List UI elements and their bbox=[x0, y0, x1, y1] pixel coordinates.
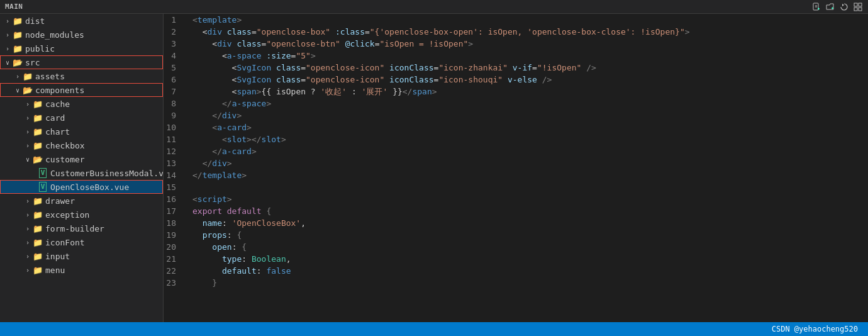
sidebar-item-exception[interactable]: › 📁 exception bbox=[0, 208, 163, 221]
sidebar-item-form-builder[interactable]: › 📁 form-builder bbox=[0, 221, 163, 235]
label-cache: cache bbox=[45, 99, 70, 109]
folder-icon-customer: 📂 bbox=[33, 154, 43, 164]
line-num-20: 20 bbox=[164, 241, 182, 253]
arrow-customer: ∨ bbox=[23, 154, 33, 164]
code-lines[interactable]: <template> <div class="openclose-box" :c… bbox=[190, 14, 868, 322]
label-components: components bbox=[35, 86, 84, 95]
arrow-openclose bbox=[33, 182, 38, 192]
label-input: input bbox=[45, 252, 70, 261]
sidebar-item-dist[interactable]: › 📁 dist bbox=[0, 14, 163, 28]
status-text: CSDN @yehaocheng520 bbox=[772, 325, 858, 333]
folder-icon-exception: 📁 bbox=[33, 210, 43, 220]
code-line-17: export default { bbox=[190, 205, 868, 217]
label-exception: exception bbox=[45, 210, 89, 220]
svg-rect-11 bbox=[859, 8, 862, 11]
folder-icon-iconfont: 📁 bbox=[33, 237, 43, 247]
topbar: MAIN bbox=[0, 0, 868, 14]
label-src: src bbox=[25, 58, 40, 67]
sidebar-item-iconfont[interactable]: › 📁 iconFont bbox=[0, 235, 163, 249]
refresh-icon[interactable] bbox=[839, 2, 849, 12]
label-chart: chart bbox=[45, 127, 70, 137]
label-node-modules: node_modules bbox=[25, 30, 84, 40]
arrow-public: › bbox=[3, 43, 13, 53]
code-line-15 bbox=[190, 181, 868, 193]
label-openclose: OpenCloseBox.vue bbox=[50, 182, 129, 192]
code-line-13: </div> bbox=[190, 157, 868, 169]
sidebar-item-openclose[interactable]: V OpenCloseBox.vue bbox=[0, 180, 163, 194]
label-customer-business: CustomerBusinessModal.v... bbox=[50, 169, 164, 178]
sidebar-item-drawer[interactable]: › 📁 drawer bbox=[0, 194, 163, 208]
code-line-2: <div class="openclose-box" :class="{'ope… bbox=[190, 26, 868, 38]
label-public: public bbox=[25, 44, 55, 53]
line-num-1: 1 bbox=[164, 14, 182, 26]
line-num-17: 17 bbox=[164, 205, 182, 217]
code-line-3: <div class="openclose-btn" @click="isOpe… bbox=[190, 38, 868, 50]
svg-rect-8 bbox=[854, 3, 857, 6]
code-line-4: <a-space :size="5"> bbox=[190, 50, 868, 62]
sidebar-item-public[interactable]: › 📁 public bbox=[0, 42, 163, 55]
arrow-assets: › bbox=[13, 71, 23, 81]
line-num-21: 21 bbox=[164, 253, 182, 265]
line-num-18: 18 bbox=[164, 217, 182, 229]
code-line-20: open: { bbox=[190, 241, 868, 253]
label-customer: customer bbox=[45, 155, 85, 164]
code-line-16: <script> bbox=[190, 193, 868, 205]
folder-icon-drawer: 📁 bbox=[33, 196, 43, 206]
folder-icon-input: 📁 bbox=[33, 251, 43, 261]
code-line-5: <SvgIcon class="openclose-icon" iconClas… bbox=[190, 62, 868, 74]
sidebar-item-node-modules[interactable]: › 📁 node_modules bbox=[0, 28, 163, 42]
arrow-components: ∨ bbox=[13, 85, 23, 95]
code-line-1: <template> bbox=[190, 14, 868, 26]
new-file-icon[interactable] bbox=[811, 2, 821, 12]
folder-icon-src: 📂 bbox=[13, 57, 23, 67]
sidebar-item-customer[interactable]: ∨ 📂 customer bbox=[0, 152, 163, 166]
folder-icon-public: 📁 bbox=[13, 43, 23, 53]
label-assets: assets bbox=[35, 72, 65, 81]
folder-icon-cache: 📁 bbox=[33, 99, 43, 109]
line-num-10: 10 bbox=[164, 121, 182, 133]
arrow-cache: › bbox=[23, 99, 33, 109]
sidebar-item-components[interactable]: ∨ 📂 components bbox=[0, 83, 163, 97]
svg-marker-7 bbox=[842, 4, 844, 6]
arrow-dist: › bbox=[3, 16, 13, 26]
arrow-card: › bbox=[23, 113, 33, 123]
collapse-icon[interactable] bbox=[853, 2, 863, 12]
line-num-16: 16 bbox=[164, 193, 182, 205]
sidebar-item-input[interactable]: › 📁 input bbox=[0, 249, 163, 263]
code-line-23: } bbox=[190, 277, 868, 289]
main-layout: › 📁 dist › 📁 node_modules › 📁 public ∨ 📂… bbox=[0, 14, 868, 322]
code-line-12: </a-card> bbox=[190, 145, 868, 157]
sidebar-item-chart[interactable]: › 📁 chart bbox=[0, 125, 163, 138]
line-num-22: 22 bbox=[164, 265, 182, 277]
folder-icon-menu: 📁 bbox=[33, 265, 43, 275]
arrow-drawer: › bbox=[23, 196, 33, 206]
sidebar-item-assets[interactable]: › 📁 assets bbox=[0, 69, 163, 83]
code-line-21: type: Boolean, bbox=[190, 253, 868, 265]
label-iconfont: iconFont bbox=[45, 238, 85, 247]
vue-icon-customer-business: V bbox=[38, 168, 48, 178]
editor: 1 2 3 4 5 6 7 8 9 10 11 12 13 14 15 16 1… bbox=[164, 14, 868, 322]
code-line-6: <SvgIcon class="openclose-icon" iconClas… bbox=[190, 74, 868, 86]
sidebar-item-checkbox[interactable]: › 📁 checkbox bbox=[0, 138, 163, 152]
arrow-src: ∨ bbox=[3, 57, 13, 67]
sidebar-item-customer-business[interactable]: V CustomerBusinessModal.v... bbox=[0, 166, 163, 180]
line-num-15: 15 bbox=[164, 181, 182, 193]
arrow-chart: › bbox=[23, 126, 33, 137]
code-line-7: <span>{{ isOpen ? '收起' : '展开' }}</span> bbox=[190, 86, 868, 98]
sidebar-item-menu[interactable]: › 📁 menu bbox=[0, 263, 163, 277]
code-line-9: </div> bbox=[190, 109, 868, 121]
line-num-2: 2 bbox=[164, 26, 182, 38]
label-checkbox: checkbox bbox=[45, 141, 85, 150]
line-num-13: 13 bbox=[164, 157, 182, 169]
line-num-4: 4 bbox=[164, 50, 182, 62]
line-num-5: 5 bbox=[164, 62, 182, 74]
sidebar-item-src[interactable]: ∨ 📂 src bbox=[0, 55, 163, 69]
folder-icon-card: 📁 bbox=[33, 113, 43, 123]
new-folder-icon[interactable] bbox=[825, 2, 835, 12]
label-drawer: drawer bbox=[45, 196, 75, 206]
code-line-8: </a-space> bbox=[190, 98, 868, 109]
line-num-14: 14 bbox=[164, 169, 182, 181]
sidebar-item-cache[interactable]: › 📁 cache bbox=[0, 97, 163, 111]
folder-icon-components: 📂 bbox=[23, 85, 33, 95]
sidebar-item-card[interactable]: › 📁 card bbox=[0, 111, 163, 125]
